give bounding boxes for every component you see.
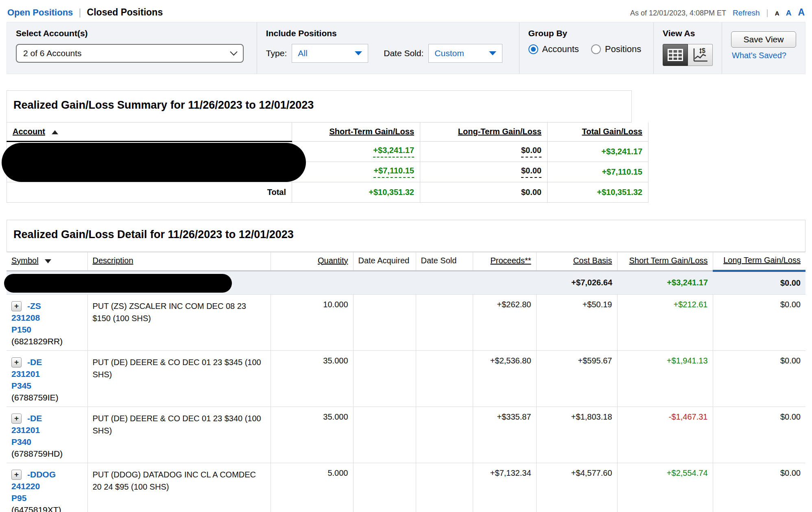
description-cell: PUT (ZS) ZSCALER INC COM DEC 08 23 $150 …	[87, 294, 271, 350]
detail-account-short-term: +$3,241.17	[617, 271, 713, 294]
position-row: -ZS 231208 P150 (6821829RR) PUT (ZS) ZSC…	[7, 294, 805, 350]
symbol-link[interactable]: P345	[11, 381, 31, 390]
chart-view-button[interactable]: $	[688, 44, 713, 66]
tab-closed-positions: Closed Positions	[87, 7, 163, 18]
detail-col-date-sold: Date Sold	[416, 252, 473, 271]
detail-col-description[interactable]: Description	[87, 252, 271, 271]
summary-col-account-label[interactable]: Account	[13, 127, 45, 136]
summary-col-short-term-label[interactable]: Short-Term Gain/Loss	[329, 127, 414, 136]
short-term-cell: +$2,554.74	[617, 463, 713, 512]
summary-title: Realized Gain/Loss Summary for 11/26/202…	[7, 90, 632, 123]
summary-total-row: Total +$10,351.32 $0.00 +$10,351.32	[7, 182, 648, 202]
view-as-section: View As $	[654, 22, 722, 74]
quantity-cell: 35.000	[271, 407, 353, 463]
symbol-link[interactable]: -ZS	[27, 301, 41, 311]
date-sold-cell	[416, 407, 473, 463]
expand-row-button[interactable]	[11, 470, 22, 480]
detail-account-summary-row: +$7,026.64 +$3,241.17 $0.00	[7, 271, 805, 294]
refresh-link[interactable]: Refresh	[733, 9, 760, 18]
symbol-link[interactable]: -DE	[27, 414, 42, 423]
expand-row-button[interactable]	[11, 414, 22, 424]
detail-col-quantity[interactable]: Quantity	[271, 252, 353, 271]
caret-down-icon	[355, 51, 362, 55]
font-size-medium-button[interactable]: A	[786, 9, 792, 18]
summary-col-total[interactable]: Total Gain/Loss	[548, 123, 648, 141]
symbol-link[interactable]: 231201	[11, 369, 40, 379]
detail-col-symbol-label[interactable]: Symbol	[11, 256, 39, 265]
detail-account-redacted	[7, 271, 536, 294]
detail-col-proceeds-label[interactable]: Proceeds**	[490, 256, 531, 265]
detail-col-long-term-label[interactable]: Long Term Gain/Loss	[723, 256, 801, 265]
symbol-cell: -DE 231201 P345 (6788759IE)	[7, 350, 87, 407]
symbol-link[interactable]: 241220	[11, 481, 40, 491]
save-view-button[interactable]: Save View	[731, 31, 796, 48]
cusip: (6788759HD)	[11, 448, 83, 459]
font-size-large-button[interactable]: A	[798, 7, 805, 18]
summary-col-total-label[interactable]: Total Gain/Loss	[582, 127, 642, 136]
detail-col-description-label[interactable]: Description	[93, 256, 133, 265]
long-term-cell: $0.00	[713, 350, 805, 407]
type-dropdown[interactable]: All	[292, 44, 368, 63]
detail-col-long-term[interactable]: Long Term Gain/Loss	[713, 252, 805, 271]
quantity-cell: 5.000	[271, 463, 353, 512]
detail-col-cost-basis-label[interactable]: Cost Basis	[573, 256, 612, 265]
group-by-accounts-radio[interactable]: Accounts	[528, 44, 579, 55]
date-acquired-cell	[353, 463, 416, 512]
radio-selected-icon	[528, 44, 538, 54]
chart-view-icon: $	[692, 48, 708, 62]
detail-col-short-term-label[interactable]: Short Term Gain/Loss	[629, 256, 707, 265]
symbol-link[interactable]: -DDOG	[27, 470, 56, 479]
detail-col-symbol[interactable]: Symbol	[7, 252, 87, 271]
summary-short-term-value[interactable]: +$3,241.17	[292, 141, 420, 162]
expand-row-button[interactable]	[11, 357, 22, 368]
summary-col-short-term[interactable]: Short-Term Gain/Loss	[292, 123, 420, 141]
symbol-link[interactable]: -DE	[27, 357, 42, 367]
cusip: (6788759IE)	[11, 392, 83, 403]
long-term-cell: $0.00	[713, 407, 805, 463]
chevron-down-icon	[230, 48, 237, 55]
expand-row-button[interactable]	[11, 301, 22, 311]
font-size-small-button[interactable]: A	[775, 10, 779, 17]
save-view-section: Save View What's Saved?	[722, 22, 805, 74]
date-sold-cell	[416, 350, 473, 407]
detail-account-long-term: $0.00	[713, 271, 805, 294]
symbol-link[interactable]: 231201	[11, 425, 40, 435]
symbol-link[interactable]: P95	[11, 493, 26, 503]
symbol-link[interactable]: P150	[11, 325, 31, 334]
detail-col-short-term[interactable]: Short Term Gain/Loss	[617, 252, 713, 271]
short-term-cell: +$1,941.13	[617, 350, 713, 407]
group-by-positions-radio[interactable]: Positions	[591, 44, 641, 55]
summary-col-long-term[interactable]: Long-Term Gain/Loss	[420, 123, 548, 141]
short-term-cell: +$212.61	[617, 294, 713, 350]
detail-col-proceeds[interactable]: Proceeds**	[473, 252, 536, 271]
summary-total-label: Total	[7, 182, 292, 202]
svg-text:$: $	[702, 48, 705, 54]
type-label: Type:	[266, 48, 287, 58]
summary-col-account[interactable]: Account	[7, 123, 292, 141]
summary-long-term-value[interactable]: $0.00	[420, 162, 548, 182]
table-view-button[interactable]	[663, 44, 688, 66]
detail-col-cost-basis[interactable]: Cost Basis	[536, 252, 617, 271]
whats-saved-link[interactable]: What's Saved?	[731, 51, 796, 60]
accounts-select[interactable]: 2 of 6 Accounts	[16, 44, 244, 63]
date-sold-dropdown[interactable]: Custom	[428, 44, 502, 63]
divider: |	[766, 8, 768, 18]
summary-col-long-term-label[interactable]: Long-Term Gain/Loss	[458, 127, 541, 136]
summary-total-value: +$3,241.17	[548, 141, 648, 162]
positions-tabs: Open Positions | Closed Positions	[7, 7, 163, 18]
table-view-icon	[668, 49, 683, 61]
tab-open-positions[interactable]: Open Positions	[7, 7, 73, 18]
detail-col-quantity-label[interactable]: Quantity	[318, 256, 348, 265]
summary-short-term-value[interactable]: +$7,110.15	[292, 162, 420, 182]
quantity-cell: 10.000	[271, 294, 353, 350]
select-accounts-section: Select Account(s) 2 of 6 Accounts	[7, 22, 257, 74]
cost-basis-cell: +$595.67	[536, 350, 617, 407]
date-sold-dropdown-value: Custom	[434, 48, 464, 58]
detail-title: Realized Gain/Loss Detail for 11/26/2023…	[7, 220, 805, 252]
top-right-controls: As of 12/01/2023, 4:08PM ET Refresh | A …	[630, 7, 805, 18]
cusip: (6821829RR)	[11, 335, 83, 347]
symbol-link[interactable]: 231208	[11, 313, 40, 322]
symbol-link[interactable]: P340	[11, 437, 31, 446]
date-sold-label: Date Sold:	[384, 48, 423, 58]
summary-long-term-value[interactable]: $0.00	[420, 141, 548, 162]
